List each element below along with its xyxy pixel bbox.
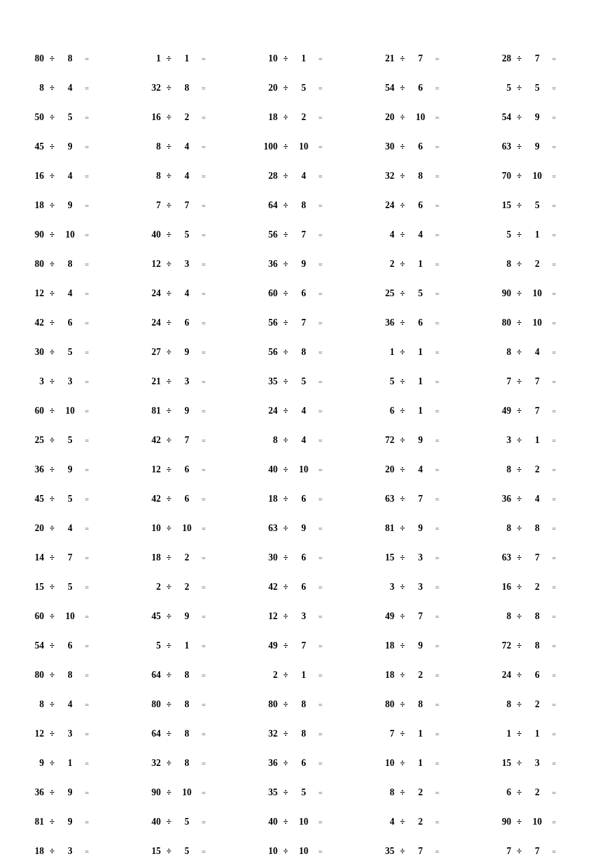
problem-row: 80÷8=12÷3=36÷9=2÷1=8÷2=	[20, 259, 594, 270]
division-problem: 12÷3=	[20, 729, 127, 739]
dividend: 28	[487, 53, 511, 64]
equals-sign: =	[314, 113, 327, 121]
divisor: 8	[177, 83, 197, 93]
operator: ÷	[394, 494, 410, 504]
equals-sign: =	[197, 524, 210, 532]
divisor: 9	[60, 817, 80, 827]
division-problem: 56÷7=	[254, 318, 360, 328]
division-problem: 18÷2=	[137, 552, 244, 563]
equals-sign: =	[547, 348, 561, 356]
operator: ÷	[278, 171, 294, 181]
division-problem: 42÷6=	[20, 318, 127, 328]
equals-sign: =	[547, 583, 561, 591]
operator: ÷	[511, 259, 527, 270]
operator: ÷	[44, 141, 60, 152]
division-problem: 18÷6=	[254, 494, 360, 504]
dividend: 63	[487, 141, 511, 152]
divisor: 9	[294, 523, 314, 534]
dividend: 25	[20, 435, 44, 446]
problem-row: 45÷9=8÷4=100÷10=30÷6=63÷9=	[20, 141, 594, 152]
equals-sign: =	[547, 818, 561, 826]
division-problem: 20÷4=	[370, 464, 477, 475]
dividend: 50	[20, 112, 44, 123]
division-problem: 8÷8=	[487, 523, 594, 534]
operator: ÷	[511, 523, 527, 534]
operator: ÷	[44, 523, 60, 534]
equals-sign: =	[314, 172, 327, 180]
operator: ÷	[161, 406, 177, 416]
equals-sign: =	[430, 348, 444, 356]
equals-sign: =	[430, 407, 444, 415]
divisor: 5	[60, 582, 80, 592]
dividend: 60	[20, 611, 44, 622]
operator: ÷	[278, 406, 294, 416]
operator: ÷	[44, 318, 60, 328]
equals-sign: =	[80, 642, 93, 650]
divisor: 6	[410, 200, 430, 211]
division-problem: 6÷2=	[487, 787, 594, 798]
equals-sign: =	[314, 348, 327, 356]
operator: ÷	[161, 523, 177, 534]
division-problem: 30÷5=	[20, 347, 127, 358]
equals-sign: =	[547, 84, 561, 92]
operator: ÷	[278, 729, 294, 739]
operator: ÷	[161, 141, 177, 152]
equals-sign: =	[314, 671, 327, 679]
operator: ÷	[161, 699, 177, 710]
division-problem: 40÷5=	[137, 817, 244, 827]
division-problem: 18÷9=	[20, 200, 127, 211]
division-problem: 15÷5=	[487, 200, 594, 211]
dividend: 12	[20, 729, 44, 739]
divisor: 3	[410, 582, 430, 592]
equals-sign: =	[430, 759, 444, 767]
dividend: 63	[487, 552, 511, 563]
operator: ÷	[278, 141, 294, 152]
dividend: 3	[370, 582, 394, 592]
operator: ÷	[161, 846, 177, 857]
operator: ÷	[394, 200, 410, 211]
divisor: 4	[294, 171, 314, 181]
equals-sign: =	[430, 818, 444, 826]
division-problem: 8÷2=	[370, 787, 477, 798]
equals-sign: =	[197, 378, 210, 386]
equals-sign: =	[80, 524, 93, 532]
equals-sign: =	[197, 583, 210, 591]
divisor: 1	[177, 640, 197, 651]
operator: ÷	[278, 582, 294, 592]
divisor: 9	[60, 464, 80, 475]
operator: ÷	[394, 53, 410, 64]
dividend: 32	[137, 83, 161, 93]
equals-sign: =	[430, 642, 444, 650]
dividend: 16	[137, 112, 161, 123]
divisor: 4	[527, 494, 547, 504]
equals-sign: =	[314, 612, 327, 620]
divisor: 7	[527, 846, 547, 857]
divisor: 7	[60, 552, 80, 563]
division-problem: 21÷7=	[370, 53, 477, 64]
problem-row: 30÷5=27÷9=56÷8=1÷1=8÷4=	[20, 347, 594, 358]
divisor: 4	[177, 171, 197, 181]
division-problem: 8÷4=	[137, 171, 244, 181]
operator: ÷	[161, 230, 177, 240]
dividend: 30	[20, 347, 44, 358]
operator: ÷	[511, 582, 527, 592]
divisor: 1	[410, 758, 430, 769]
dividend: 63	[254, 523, 278, 534]
equals-sign: =	[430, 172, 444, 180]
division-problem: 100÷10=	[254, 141, 360, 152]
operator: ÷	[511, 171, 527, 181]
operator: ÷	[394, 406, 410, 416]
dividend: 8	[370, 787, 394, 798]
dividend: 18	[370, 670, 394, 681]
division-problem: 18÷9=	[370, 640, 477, 651]
equals-sign: =	[430, 847, 444, 855]
divisor: 6	[410, 318, 430, 328]
divisor: 10	[60, 611, 80, 622]
dividend: 15	[487, 758, 511, 769]
equals-sign: =	[547, 290, 561, 298]
division-problem: 8÷4=	[254, 435, 360, 446]
division-problem: 2÷1=	[370, 259, 477, 270]
equals-sign: =	[430, 495, 444, 503]
equals-sign: =	[430, 378, 444, 386]
divisor: 2	[294, 112, 314, 123]
